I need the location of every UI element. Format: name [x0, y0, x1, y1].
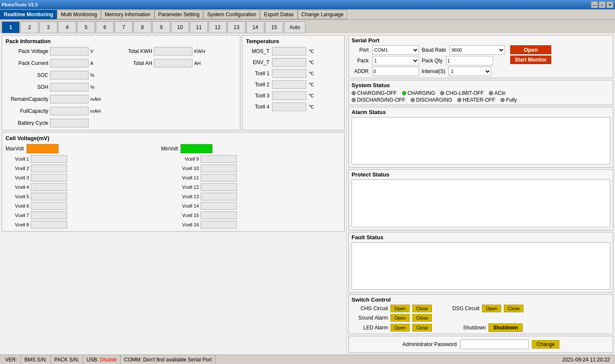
soc-input[interactable] — [50, 71, 89, 79]
led-open-button[interactable]: Open — [390, 324, 410, 332]
fault-status-content[interactable] — [352, 242, 610, 290]
tcell2-input[interactable] — [272, 80, 306, 89]
pack-col-left: Pack Voltage V Pack Current A SOC — [6, 47, 101, 127]
pack-tab-6[interactable]: 6 — [96, 21, 114, 33]
full-capacity-input[interactable] — [50, 107, 89, 115]
open-button[interactable]: Open — [510, 45, 552, 54]
tcell3-input[interactable] — [272, 91, 306, 100]
start-monitor-button[interactable]: Start Monitor — [510, 56, 552, 64]
vcell7-label: Vcell 7 — [6, 213, 29, 218]
temperature-section: Temperature MOS_T ℃ ENV_T ℃ Tcell 1 — [242, 35, 345, 130]
vcell11-input[interactable] — [201, 174, 237, 182]
pack-tab-auto[interactable]: Auto — [284, 21, 305, 33]
vcell8-input[interactable] — [31, 221, 67, 229]
interval-select[interactable]: 1 — [449, 67, 491, 76]
vcell10-input[interactable] — [201, 164, 237, 172]
vcell4-input[interactable] — [31, 183, 67, 191]
mos-t-input[interactable] — [272, 47, 306, 56]
cell-col-right: Vcell 9 Vcell 10 Vcell 11 Vcell 12 — [175, 155, 341, 229]
tcell4-unit: ℃ — [309, 104, 314, 110]
tab-parameter[interactable]: Parameter Setting — [154, 10, 204, 19]
pack-tab-7[interactable]: 7 — [115, 21, 133, 33]
vcell12-input[interactable] — [201, 183, 237, 191]
port-select[interactable]: COM1 — [372, 45, 419, 55]
status-grid: CHARGING-OFF CHARGING CHG-LIMIT-OFF ACin — [352, 90, 610, 103]
remain-capacity-input[interactable] — [50, 95, 89, 103]
tcell4-input[interactable] — [272, 103, 306, 111]
maximize-btn[interactable]: □ — [599, 1, 606, 8]
total-kwh-input[interactable] — [154, 47, 192, 56]
minimize-btn[interactable]: — — [591, 1, 598, 8]
tcell1-input[interactable] — [272, 69, 306, 78]
pack-voltage-input[interactable] — [50, 47, 89, 56]
shutdown-button[interactable]: Shutdown — [488, 323, 523, 332]
charging-item: CHARGING — [402, 90, 435, 96]
alarm-status-content[interactable] — [352, 117, 610, 164]
vcell14-input[interactable] — [201, 202, 237, 210]
pack-qty-input[interactable] — [446, 56, 493, 65]
tab-memory[interactable]: Memory Information — [101, 10, 154, 19]
led-close-button[interactable]: Close — [412, 324, 432, 332]
pack-tab-4[interactable]: 4 — [58, 21, 76, 33]
dsg-open-button[interactable]: Open — [482, 305, 501, 312]
vcell2-input[interactable] — [31, 164, 67, 172]
acin-led — [489, 91, 493, 95]
left-panel: Pack Information Pack Voltage V Pack Cur… — [0, 33, 346, 355]
tab-language[interactable]: Change Language — [298, 10, 348, 19]
tab-sysconfig[interactable]: System Configuration — [203, 10, 260, 19]
vcell6-input[interactable] — [31, 202, 67, 210]
tab-export[interactable]: Export Datas — [260, 10, 297, 19]
pack-tab-5[interactable]: 5 — [77, 21, 95, 33]
pack-tab-13[interactable]: 13 — [228, 21, 245, 33]
vcell15-input[interactable] — [201, 211, 237, 219]
protect-status-content[interactable] — [352, 179, 610, 227]
baud-select[interactable]: 9600 — [449, 45, 505, 55]
pack-tab-11[interactable]: 11 — [190, 21, 208, 33]
pack-tab-9[interactable]: 9 — [152, 21, 170, 33]
pack-tab-14[interactable]: 14 — [246, 21, 264, 33]
vcell7-input[interactable] — [31, 211, 67, 219]
vcell5-input[interactable] — [31, 193, 67, 200]
total-ah-input[interactable] — [154, 59, 192, 68]
admin-password-input[interactable] — [460, 340, 529, 349]
usb-value: Disable — [100, 357, 117, 363]
pack-tab-3[interactable]: 3 — [39, 21, 57, 33]
pack-tab-2[interactable]: 2 — [21, 21, 38, 33]
sound-close-button[interactable]: Close — [412, 314, 432, 322]
remain-capacity-unit: mAH — [90, 97, 101, 102]
change-button[interactable]: Change — [532, 340, 559, 349]
env-t-label: ENV_T — [246, 59, 269, 65]
pack-select[interactable]: 1 — [372, 56, 419, 65]
dsg-close-button[interactable]: Close — [504, 305, 523, 312]
discharging-off-label: DISCHARGING-OFF — [357, 97, 405, 103]
pack-tab-15[interactable]: 15 — [265, 21, 283, 33]
sound-open-button[interactable]: Open — [390, 314, 410, 322]
close-btn[interactable]: ✕ — [606, 1, 613, 8]
vcell14-row: Vcell 14 — [175, 202, 341, 210]
addr-input[interactable] — [372, 67, 419, 76]
pack-tab-12[interactable]: 12 — [209, 21, 227, 33]
vcell3-input[interactable] — [31, 174, 67, 182]
pack-tab-8[interactable]: 8 — [133, 21, 151, 33]
vcell9-input[interactable] — [201, 155, 237, 163]
tab-realtime[interactable]: Realtime Monitoring — [0, 10, 57, 19]
soh-input[interactable] — [50, 83, 89, 91]
vcell16-input[interactable] — [201, 221, 237, 229]
vcell5-row: Vcell 5 — [6, 193, 171, 200]
acin-item: ACin — [489, 90, 506, 96]
pack-current-input[interactable] — [50, 59, 89, 68]
vcell13-input[interactable] — [201, 193, 237, 200]
bms-label: BMS S/N: — [24, 357, 47, 363]
vcell1-input[interactable] — [31, 155, 67, 163]
env-t-input[interactable] — [272, 58, 306, 67]
pack-voltage-row: Pack Voltage V — [6, 47, 101, 56]
maxvolt-indicator — [27, 144, 59, 153]
minvolt-item: MinVolt — [161, 144, 213, 153]
tab-multi[interactable]: Multi Monitoring — [57, 10, 101, 19]
chg-open-button[interactable]: Open — [390, 305, 410, 312]
battery-cycle-input[interactable] — [50, 119, 89, 127]
chg-close-button[interactable]: Close — [412, 305, 432, 312]
baud-label: Baud Rate — [422, 47, 446, 53]
pack-tab-10[interactable]: 10 — [171, 21, 189, 33]
pack-tab-1[interactable]: 1 — [2, 21, 20, 33]
